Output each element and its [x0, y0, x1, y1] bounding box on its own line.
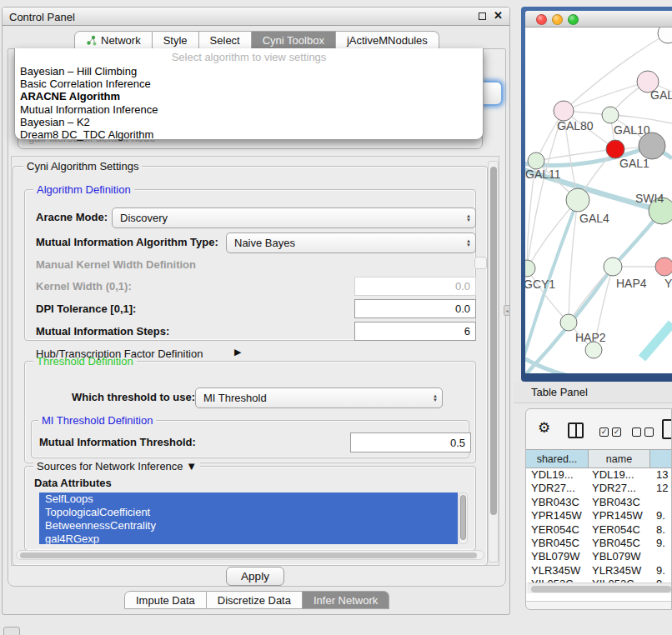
collapse-arrow-icon[interactable]: ▼	[186, 460, 197, 472]
tab-jactivemnodules-label: jActiveMNodules	[347, 34, 428, 47]
table-row[interactable]: YPR145WYPR145W9.	[526, 509, 672, 522]
network-window-titlebar[interactable]	[525, 11, 672, 28]
table-row[interactable]: YLR345WYLR345W9.	[526, 564, 672, 578]
tab-infer-network[interactable]: Infer Network	[303, 591, 389, 609]
network-edge[interactable]	[525, 357, 572, 373]
node-bottom[interactable]	[585, 342, 602, 358]
mi-threshold-input[interactable]: 0.5	[350, 432, 471, 452]
bottom-tabbar: Impute Data Discretize Data Infer Networ…	[124, 591, 389, 608]
select-all-checkbox-icon[interactable]: ✓	[599, 428, 609, 437]
attribute-item[interactable]: SelfLoops	[39, 492, 458, 506]
minimize-traffic-light-icon[interactable]	[552, 14, 563, 25]
expand-arrow-icon[interactable]: ▶	[234, 347, 241, 358]
table-row[interactable]: YDR27...YDR27...12	[526, 482, 672, 495]
kernel-width-input: 0.0	[354, 277, 476, 296]
table-panel-window: ⚙ ✓ ✓ shared...name YDL19...YDL19...13YD…	[525, 408, 672, 610]
control-panel-tabbar: Network Style Select Cyni Toolbox jActiv…	[74, 31, 439, 49]
spinner-arrows-icon: ▲▼	[466, 214, 471, 222]
bottom-left-panel-chip[interactable]	[3, 627, 20, 635]
which-threshold-label: Which threshold to use:	[72, 391, 195, 403]
table-row[interactable]: YDL19...YDL19...13	[526, 468, 672, 482]
node-gal1[interactable]	[606, 140, 624, 158]
network-edge[interactable]	[527, 200, 578, 268]
vertical-scrollbar[interactable]	[488, 161, 499, 562]
table-row[interactable]: YBR045CYBR045C9.	[526, 537, 672, 550]
deselect-all-checkbox-icon[interactable]	[632, 428, 641, 437]
table-bottom-strip	[526, 593, 672, 602]
column-header[interactable]	[650, 450, 672, 468]
manual-kernel-width-checkbox[interactable]	[474, 257, 487, 269]
algorithm-option[interactable]: Bayesian – K2	[20, 116, 478, 128]
network-edge[interactable]	[527, 268, 569, 322]
node-gal80[interactable]	[554, 101, 574, 121]
attributes-scrollbar[interactable]	[459, 492, 468, 544]
node-salmon-label: Y	[664, 277, 672, 290]
close-icon[interactable]: ✕	[494, 9, 503, 22]
vertical-scrollbar-thumb[interactable]	[490, 167, 497, 515]
table-row[interactable]: YBR043CYBR043C	[526, 496, 672, 509]
tab-impute-data[interactable]: Impute Data	[124, 591, 207, 609]
algorithm-option[interactable]: ARACNE Algorithm	[20, 90, 478, 102]
node-gal4[interactable]	[566, 188, 589, 212]
tab-discretize-data[interactable]: Discretize Data	[207, 591, 303, 609]
table-cell: YDR27...	[589, 482, 650, 495]
data-attributes-label: Data Attributes	[34, 477, 112, 489]
node-unlabeled-top[interactable]	[658, 28, 672, 43]
algorithm-option[interactable]: Dream8 DC_TDC Algorithm	[20, 128, 478, 141]
data-attributes-list[interactable]: SelfLoopsTopologicalCoefficientBetweenne…	[39, 492, 458, 544]
aracne-mode-combobox[interactable]: Discovery ▲▼	[112, 208, 476, 228]
horizontal-scrollbar-thumb[interactable]	[20, 552, 477, 558]
zoom-traffic-light-icon[interactable]	[568, 14, 579, 25]
algorithm-option[interactable]: Mutual Information Inference	[20, 103, 478, 116]
column-header[interactable]: name	[589, 450, 650, 468]
tab-cyni-toolbox[interactable]: Cyni Toolbox	[252, 31, 336, 49]
node-gal11[interactable]	[528, 152, 544, 169]
tab-jactivemnodules[interactable]: jActiveMNodules	[336, 31, 439, 49]
network-edge[interactable]	[610, 115, 672, 123]
node-gray[interactable]	[639, 132, 665, 159]
node-gal11-label: GAL11	[525, 168, 561, 181]
mi-algorithm-type-combobox[interactable]: Naive Bayes ▲▼	[226, 232, 476, 253]
attribute-item[interactable]: gal4RGexp	[39, 532, 458, 544]
tab-network[interactable]: Network	[74, 31, 153, 49]
table-horizontal-scrollbar-thumb[interactable]	[531, 586, 671, 592]
network-edge[interactable]	[642, 323, 672, 358]
apply-button[interactable]: Apply	[226, 567, 284, 586]
mi-steps-input[interactable]: 6	[354, 322, 476, 341]
algorithm-option[interactable]: Bayesian – Hill Climbing	[20, 65, 478, 78]
deselect-all-checkbox-icon-2[interactable]	[644, 428, 654, 437]
node-hap2[interactable]	[560, 314, 577, 331]
gear-icon[interactable]: ⚙	[538, 421, 550, 435]
node-hap4[interactable]	[604, 258, 622, 276]
close-traffic-light-icon[interactable]	[536, 14, 547, 25]
tab-network-label: Network	[101, 34, 141, 47]
network-canvas[interactable]: GALGAL80GAL10GAL1GAL11GAL4SWI4GCY1HAP4YH…	[525, 28, 672, 373]
attributes-scrollbar-thumb[interactable]	[460, 495, 466, 540]
mi-steps-label: Mutual Information Steps:	[36, 325, 169, 338]
float-window-icon[interactable]	[479, 12, 486, 20]
table-row[interactable]: YER054CYER054C8.	[526, 523, 672, 537]
attribute-item[interactable]: BetweennessCentrality	[39, 519, 458, 532]
column-header[interactable]: shared...	[526, 450, 589, 468]
which-threshold-combobox[interactable]: MI Threshold ▲▼	[195, 388, 443, 408]
network-edge[interactable]	[564, 82, 648, 111]
split-columns-icon[interactable]	[568, 422, 584, 438]
attribute-item[interactable]: TopologicalCoefficient	[39, 506, 458, 519]
horizontal-scrollbar[interactable]	[16, 550, 484, 560]
panel-divider-grip[interactable]: ◂	[504, 305, 510, 316]
hub-definition-label[interactable]: Hub/Transcription Factor Definition	[36, 348, 203, 360]
dpi-tolerance-input[interactable]: 0.0	[354, 299, 476, 318]
table-row[interactable]: YBL079WYBL079W	[526, 550, 672, 563]
tab-style[interactable]: Style	[153, 31, 199, 49]
select-all-checkbox-icon-2[interactable]: ✓	[612, 428, 621, 437]
node-gcy1[interactable]	[525, 260, 535, 277]
algorithm-option[interactable]: Basic Correlation Inference	[20, 78, 478, 90]
node-swi4-label: SWI4	[635, 192, 664, 205]
control-panel-titlebar: Control Panel ✕	[3, 8, 509, 26]
table-horizontal-scrollbar[interactable]	[528, 582, 672, 593]
tab-select[interactable]: Select	[199, 31, 252, 49]
node-gal10[interactable]	[602, 107, 619, 123]
node-salmon[interactable]	[655, 258, 672, 276]
page-icon[interactable]	[662, 419, 672, 439]
dpi-tolerance-value: 0.0	[455, 302, 470, 315]
